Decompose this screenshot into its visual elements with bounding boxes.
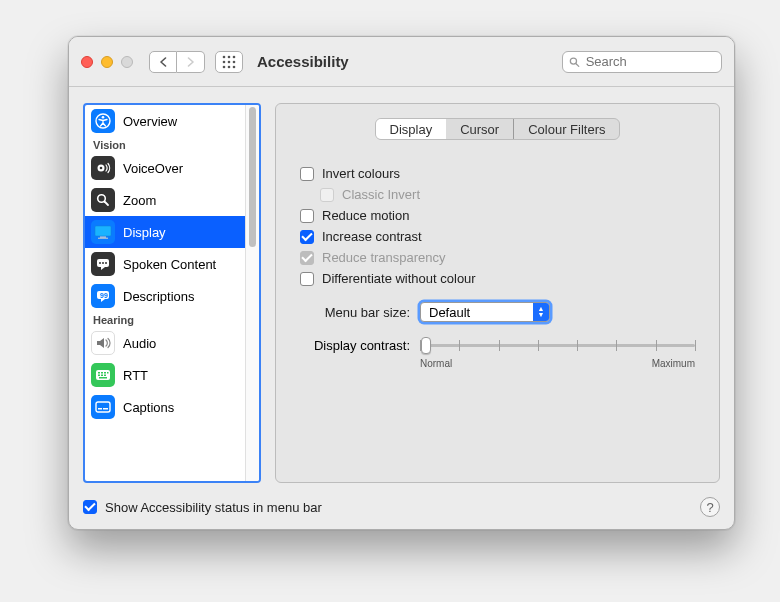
window-controls (81, 56, 133, 68)
preferences-window: Accessibility Overview Vision (68, 36, 735, 530)
checkbox-invert-colours[interactable] (300, 167, 314, 181)
svg-rect-36 (98, 408, 102, 410)
tab-cursor[interactable]: Cursor (446, 119, 513, 139)
sidebar-item-label: Descriptions (123, 289, 195, 304)
zoom-icon (91, 188, 115, 212)
display-contrast-slider[interactable] (420, 336, 695, 354)
option-label: Reduce motion (322, 208, 409, 223)
sidebar-scrollbar[interactable] (245, 105, 259, 481)
show-status-label: Show Accessibility status in menu bar (105, 500, 322, 515)
option-invert-colours[interactable]: Invert colours (300, 166, 695, 181)
option-label: Invert colours (322, 166, 400, 181)
svg-rect-28 (101, 372, 103, 374)
zoom-window-button[interactable] (121, 56, 133, 68)
menu-bar-size-row: Menu bar size: Default ▲▼ (300, 302, 695, 322)
option-reduce-motion[interactable]: Reduce motion (300, 208, 695, 223)
sidebar-item-rtt[interactable]: RTT (85, 359, 245, 391)
checkbox-reduce-motion[interactable] (300, 209, 314, 223)
footer: Show Accessibility status in menu bar ? (69, 491, 734, 529)
slider-thumb[interactable] (421, 337, 431, 354)
help-button[interactable]: ? (700, 497, 720, 517)
search-field[interactable] (562, 51, 722, 73)
menu-bar-size-label: Menu bar size: (300, 305, 410, 320)
svg-point-22 (102, 262, 104, 264)
search-input[interactable] (586, 54, 715, 69)
forward-button[interactable] (177, 51, 205, 73)
minimize-window-button[interactable] (101, 56, 113, 68)
select-stepper-icon: ▲▼ (533, 303, 549, 321)
sidebar-item-captions[interactable]: Captions (85, 391, 245, 423)
option-increase-contrast[interactable]: Increase contrast (300, 229, 695, 244)
show-status-option[interactable]: Show Accessibility status in menu bar (83, 500, 322, 515)
sidebar-item-display[interactable]: Display (85, 216, 245, 248)
option-reduce-transparency: Reduce transparency (300, 250, 695, 265)
sidebar-item-voiceover[interactable]: VoiceOver (85, 152, 245, 184)
search-icon (569, 56, 580, 68)
nav-buttons (149, 51, 205, 73)
svg-rect-31 (98, 375, 100, 377)
tab-group: Display Cursor Colour Filters (375, 118, 621, 140)
spoken-content-icon (91, 252, 115, 276)
toolbar: Accessibility (69, 37, 734, 87)
descriptions-icon: 99 (91, 284, 115, 308)
checkbox-differentiate-without-colour[interactable] (300, 272, 314, 286)
slider-min-label: Normal (420, 358, 452, 369)
show-all-button[interactable] (215, 51, 243, 73)
sidebar-list[interactable]: Overview Vision VoiceOver Zoom (85, 105, 245, 481)
svg-point-21 (99, 262, 101, 264)
svg-rect-17 (95, 226, 111, 236)
sidebar-item-label: Captions (123, 400, 174, 415)
sidebar-item-descriptions[interactable]: 99 Descriptions (85, 280, 245, 312)
checkbox-show-status[interactable] (83, 500, 97, 514)
svg-rect-35 (96, 402, 110, 412)
svg-point-4 (228, 60, 231, 63)
svg-rect-34 (99, 377, 107, 379)
svg-rect-30 (107, 372, 109, 374)
audio-icon (91, 331, 115, 355)
svg-rect-19 (98, 238, 108, 239)
option-differentiate-without-colour[interactable]: Differentiate without colour (300, 271, 695, 286)
display-icon (91, 220, 115, 244)
svg-point-23 (105, 262, 107, 264)
svg-line-10 (576, 63, 579, 66)
option-classic-invert: Classic Invert (300, 187, 695, 202)
sidebar-item-label: Display (123, 225, 166, 240)
svg-point-8 (233, 65, 236, 68)
window-body: Overview Vision VoiceOver Zoom (69, 87, 734, 491)
checkbox-increase-contrast[interactable] (300, 230, 314, 244)
back-button[interactable] (149, 51, 177, 73)
display-contrast-row: Display contrast: (300, 336, 695, 369)
option-label: Increase contrast (322, 229, 422, 244)
checkbox-classic-invert (320, 188, 334, 202)
svg-point-3 (223, 60, 226, 63)
option-label: Differentiate without colour (322, 271, 476, 286)
scrollbar-thumb[interactable] (249, 107, 256, 247)
slider-max-label: Maximum (652, 358, 695, 369)
svg-rect-32 (101, 375, 103, 377)
window-title: Accessibility (257, 53, 349, 70)
tab-display[interactable]: Display (376, 119, 447, 139)
svg-point-14 (100, 167, 103, 170)
sidebar-item-spoken-content[interactable]: Spoken Content (85, 248, 245, 280)
display-contrast-label: Display contrast: (300, 336, 410, 353)
sidebar-item-label: Overview (123, 114, 177, 129)
svg-point-7 (228, 65, 231, 68)
accessibility-icon (91, 109, 115, 133)
svg-rect-37 (103, 408, 108, 410)
sidebar-section-hearing: Hearing (85, 312, 245, 327)
display-options: Invert colours Classic Invert Reduce mot… (300, 166, 695, 286)
svg-point-0 (223, 55, 226, 58)
svg-line-16 (105, 202, 109, 206)
close-window-button[interactable] (81, 56, 93, 68)
tab-colour-filters[interactable]: Colour Filters (514, 119, 619, 139)
menu-bar-size-select[interactable]: Default ▲▼ (420, 302, 550, 322)
checkbox-reduce-transparency (300, 251, 314, 265)
sidebar-item-audio[interactable]: Audio (85, 327, 245, 359)
sidebar-item-overview[interactable]: Overview (85, 105, 245, 137)
voiceover-icon (91, 156, 115, 180)
sidebar-item-zoom[interactable]: Zoom (85, 184, 245, 216)
svg-point-12 (102, 116, 105, 119)
option-label: Reduce transparency (322, 250, 446, 265)
svg-rect-18 (100, 237, 106, 238)
svg-rect-33 (104, 375, 106, 377)
